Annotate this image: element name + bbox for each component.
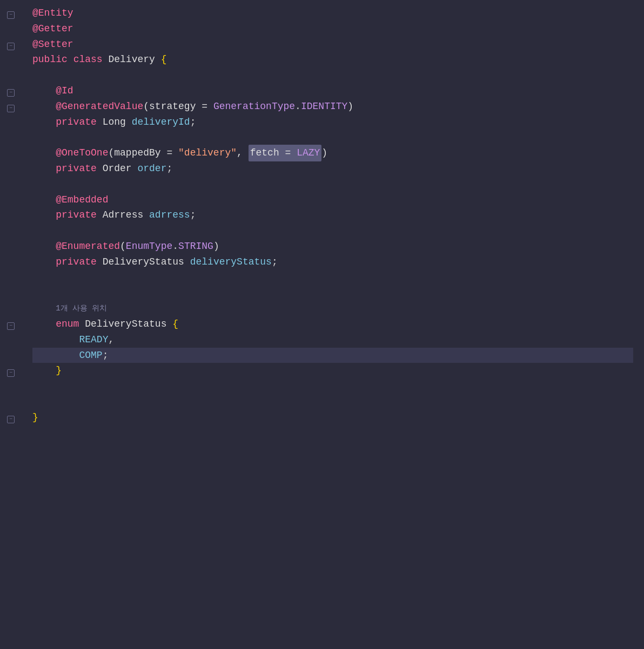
token-private1: private [56, 114, 102, 130]
token-oto-close: ) [321, 145, 327, 161]
token-setter: @Setter [32, 37, 73, 52]
fold-icon-6[interactable]: − [7, 89, 15, 97]
token-comp: COMP [79, 348, 102, 363]
fold-icon-27[interactable]: − [7, 416, 15, 423]
fold-icon-7[interactable]: − [7, 105, 15, 112]
gutter-line-16 [0, 241, 22, 256]
fold-icon-1[interactable]: − [7, 11, 15, 19]
fold-icon-3[interactable]: − [7, 43, 15, 50]
token-order-type: Order [103, 161, 138, 177]
gutter-line-7[interactable]: − [0, 101, 22, 117]
code-content: @Entity @Getter @Setter public class Del… [22, 5, 644, 644]
gutter-line-19 [0, 287, 22, 303]
code-line-25 [32, 378, 633, 394]
token-getter: @Getter [32, 21, 73, 37]
gutter-line-24[interactable]: − [0, 365, 22, 381]
code-line-22: ________READY, [32, 332, 633, 348]
token-embedded: @Embedded [56, 192, 108, 208]
code-line-9 [32, 130, 633, 145]
token-order-field: order [137, 161, 166, 177]
gutter-line-12 [0, 179, 22, 194]
token-fetch-lazy: fetch = LAZY [249, 145, 322, 161]
token-brace-open: { [161, 52, 167, 67]
token-private2: private [56, 161, 102, 177]
token-adrress-field: adrress [149, 207, 190, 223]
code-line-4: public class Delivery { [32, 52, 633, 67]
token-deliveryid: deliveryId [132, 114, 190, 130]
code-line-18 [32, 270, 633, 286]
token-identity: IDENTITY [301, 99, 347, 114]
token-gv-close: ) [347, 99, 353, 114]
token-enum-name: DeliveryStatus [85, 316, 172, 332]
token-private4: private [56, 254, 102, 270]
code-line-14: ____private Adrress adrress; [32, 207, 633, 223]
code-line-26 [32, 394, 633, 410]
gutter-line-14 [0, 209, 22, 225]
code-line-8: ____private Long deliveryId; [32, 114, 633, 130]
token-enum-brace-close: } [56, 363, 62, 378]
token-semi2: ; [166, 161, 172, 177]
gutter-line-1[interactable]: − [0, 8, 22, 23]
gutter-line-15 [0, 225, 22, 241]
code-line-19 [32, 285, 633, 301]
token-gentype: GenerationType [213, 99, 295, 114]
code-line-6: ____@Id [32, 83, 633, 99]
token-enumerated: @Enumerated [56, 239, 120, 254]
token-string: STRING [178, 239, 213, 254]
gutter-line-17 [0, 256, 22, 272]
gutter-line-3[interactable]: − [0, 39, 22, 55]
token-dot1: . [295, 99, 301, 114]
gutter-line-20 [0, 303, 22, 319]
token-onetoone: @OneToOne [56, 145, 108, 161]
gutter-line-6[interactable]: − [0, 85, 22, 101]
token-class: class [73, 52, 109, 67]
token-delivery-str: "delivery" [178, 145, 237, 161]
code-line-12 [32, 177, 633, 192]
code-line-11: ____private Order order; [32, 161, 633, 177]
code-line-17: ____private DeliveryStatus deliveryStatu… [32, 254, 633, 270]
gutter-line-25 [0, 381, 22, 396]
editor-gutter: − − − − [0, 5, 22, 644]
gutter-line-9 [0, 132, 22, 147]
gutter-line-5 [0, 70, 22, 85]
gutter-line-21[interactable]: − [0, 319, 22, 334]
token-class-brace-close: } [32, 410, 38, 425]
gutter-line-22 [0, 334, 22, 350]
token-enum-brace-open: { [172, 316, 178, 332]
gutter-line-18 [0, 272, 22, 288]
code-line-21: ____enum DeliveryStatus { [32, 316, 633, 332]
code-editor: − − − − [0, 0, 644, 649]
token-enum-param-open: ( [120, 239, 126, 254]
token-gv-param: (strategy = [143, 99, 213, 114]
gutter-line-27[interactable]: − [0, 412, 22, 428]
code-line-15 [32, 223, 633, 239]
token-usage-count: 1개 사용 위치 [56, 302, 107, 314]
code-line-2: @Getter [32, 21, 633, 37]
fold-icon-24[interactable]: − [7, 369, 15, 377]
gutter-line-4 [0, 54, 22, 70]
code-line-24: ____} [32, 363, 633, 378]
token-deliverystatus-field: deliveryStatus [190, 254, 272, 270]
gutter-line-11 [0, 163, 22, 179]
token-private3: private [56, 207, 102, 223]
token-enumtype: EnumType [126, 239, 172, 254]
code-line-3: @Setter [32, 37, 633, 52]
token-comma: , [237, 145, 249, 161]
code-line-10: ____@OneToOne(mappedBy = "delivery", fet… [32, 145, 633, 161]
token-adrress-type: Adrress [103, 207, 149, 223]
token-comp-semi: ; [103, 348, 109, 363]
token-deliverystatus-type: DeliveryStatus [103, 254, 190, 270]
token-generatedvalue: @GeneratedValue [56, 99, 143, 114]
code-line-13: ____@Embedded [32, 192, 633, 208]
code-line-20: ____1개 사용 위치 [32, 301, 633, 316]
token-enum-param-close: ) [213, 239, 219, 254]
token-semi3: ; [190, 207, 196, 223]
token-semi4: ; [272, 254, 278, 270]
fold-icon-21[interactable]: − [7, 322, 15, 330]
code-line-5 [32, 67, 633, 83]
token-long: Long [103, 114, 132, 130]
gutter-line-10 [0, 147, 22, 163]
code-line-7: ____@GeneratedValue(strategy = Generatio… [32, 99, 633, 114]
token-dot2: . [172, 239, 178, 254]
token-semi1: ; [190, 114, 196, 130]
